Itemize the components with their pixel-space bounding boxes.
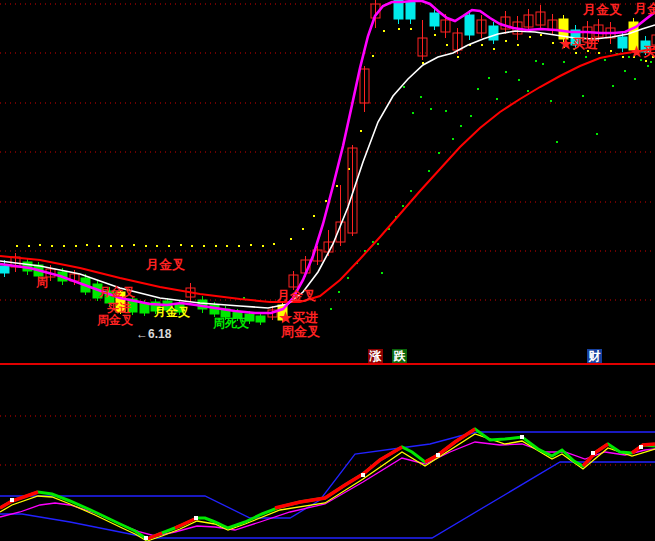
candle [501,11,510,34]
signal-dots-layer [16,28,654,310]
badge-die[interactable]: 跌 [392,349,407,363]
blue_upper_channel-line [0,432,655,518]
pivot-marker [144,536,148,540]
candle [289,271,298,290]
red-up-segment [632,444,655,453]
gridlines-layer [0,4,655,465]
yellow_signal-line [0,434,655,541]
panel-divider-line [0,363,655,365]
chart-canvas[interactable] [0,0,655,541]
red-up-segment [0,492,38,508]
candle [394,0,403,24]
pivot-marker [591,451,595,455]
pivot-marker [194,516,198,520]
candle [418,20,427,60]
candle [336,185,345,246]
red-up-segment [275,447,402,508]
pivot-marker [520,435,524,439]
ma-lines-layer [0,1,655,313]
candle [256,313,265,325]
candle [629,18,638,52]
blue_lower_channel-line [0,462,655,538]
green_main-line [0,429,655,539]
white-ma-line [0,25,655,308]
candle [571,25,580,48]
magenta-ma-line [0,1,655,313]
red-ma-line [0,49,655,302]
candle [559,15,568,42]
badge-cai[interactable]: 财 [587,349,602,363]
candle [489,22,498,44]
candle [151,299,160,314]
pivot-marker [361,473,365,477]
pivot-marker [639,445,643,449]
pivot-marker [10,498,14,502]
candles-layer [0,0,655,325]
candle [536,5,545,30]
stock-chart-screen: 月金叉月金★买进★买月金叉月金叉买进周金叉月金叉周死叉←6.18周月金叉★买进周… [0,0,655,541]
candle [360,66,369,112]
bottom-indicator-layer [0,429,655,541]
pivot-marker [436,453,440,457]
red-up-segment [583,444,608,466]
badge-zhang[interactable]: 涨 [368,349,383,363]
candle [477,15,486,38]
candle [406,0,415,24]
candle [348,145,357,236]
candle [641,36,650,55]
candle [116,290,125,314]
